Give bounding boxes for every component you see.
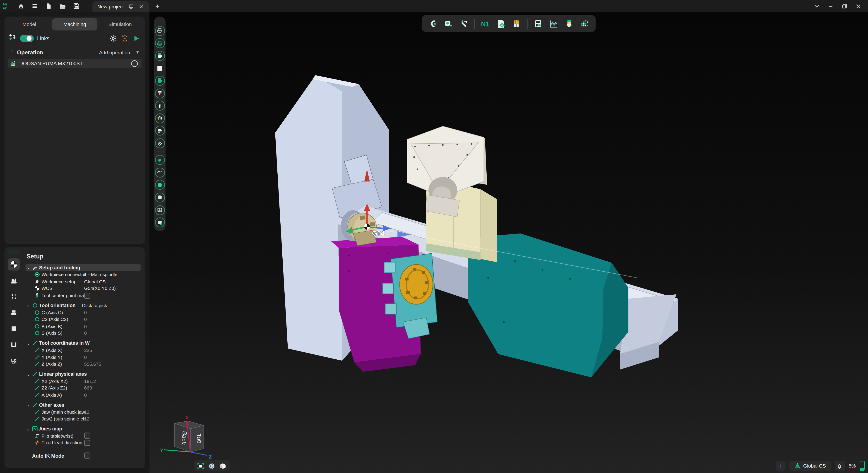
holder-teal-icon[interactable]: [155, 76, 165, 86]
sync-icon[interactable]: [121, 34, 129, 42]
viewport-3d[interactable]: G54 N1 Back Top X Y Z + Glo: [150, 12, 868, 473]
setup-row[interactable]: B (Axis B)0: [25, 323, 141, 330]
machine-icon[interactable]: [8, 274, 20, 286]
setup-row[interactable]: Jaw2 (sub spindle ch12: [25, 415, 141, 423]
setup-row[interactable]: Z2 (Axis Z2)663: [25, 384, 141, 392]
surface-teal-icon[interactable]: [155, 180, 165, 190]
head-icon[interactable]: [155, 126, 165, 136]
clamp-icon[interactable]: [155, 113, 165, 123]
row-value[interactable]: 663: [84, 385, 92, 391]
setup-row[interactable]: Workpiece setupGlobal CS: [25, 278, 141, 285]
probe-grid-icon[interactable]: [578, 17, 591, 30]
chevron-down-icon[interactable]: ⌄: [27, 265, 30, 270]
row-value[interactable]: 0: [84, 324, 87, 329]
wcs-quadrant-icon[interactable]: [8, 259, 20, 271]
fit-view-icon[interactable]: [196, 462, 205, 470]
setup-section-header[interactable]: ⌄ Other axes: [25, 401, 141, 408]
iso-view-icon[interactable]: [219, 462, 227, 470]
setup-row[interactable]: Jaw (main chuck jaw12: [25, 408, 141, 415]
row-value[interactable]: G54(X0 Y0 Z0): [84, 286, 116, 291]
setup-row[interactable]: C (Axis C)0: [25, 309, 141, 316]
setup-row[interactable]: A (Axis A)0: [25, 392, 141, 399]
holder-outline-icon[interactable]: [155, 38, 165, 48]
row-checkbox[interactable]: [84, 440, 90, 446]
row-value[interactable]: 0: [84, 330, 87, 336]
postprocessor-icon[interactable]: [494, 17, 508, 30]
home-icon[interactable]: [17, 2, 25, 10]
setup-section-header[interactable]: ⌄ Axes map: [25, 425, 141, 433]
view-orientation-cube[interactable]: Back Top X Y Z: [156, 415, 211, 463]
auto-ik-checkbox[interactable]: [84, 452, 90, 459]
row-checkbox[interactable]: [84, 433, 90, 439]
row-value[interactable]: 1 - Main spindle: [84, 272, 118, 277]
pin-tab-icon[interactable]: [128, 2, 134, 11]
machine-list-item[interactable]: DOOSAN PUMA MX2100ST: [8, 59, 142, 68]
row-value[interactable]: 555.675: [84, 362, 101, 367]
chevron-down-icon[interactable]: ⌄: [27, 402, 30, 407]
setup-row[interactable]: Fixed lead direction: [25, 439, 141, 446]
holder-half-icon[interactable]: [155, 51, 165, 61]
drill-icon[interactable]: [155, 101, 165, 111]
coordinate-system-selector[interactable]: Global CS: [789, 461, 831, 471]
play-icon[interactable]: [132, 34, 141, 42]
tab-simulation[interactable]: Simulation: [97, 18, 143, 31]
stock-block-icon[interactable]: [8, 354, 20, 367]
setup-section-header[interactable]: ⌄ Linear physical axes: [25, 370, 141, 378]
section-value[interactable]: Click to pick: [82, 303, 107, 308]
setup-row[interactable]: WCSG54(X0 Y0 Z0): [25, 285, 141, 292]
chevron-down-icon[interactable]: [812, 2, 821, 10]
add-operation-button[interactable]: Add operation: [99, 49, 130, 55]
caliper-icon[interactable]: [457, 17, 471, 30]
row-value[interactable]: Global CS: [84, 279, 106, 284]
chevron-down-icon[interactable]: ⌄: [27, 426, 30, 431]
setup-section-header[interactable]: ⌄ Setup and tooling: [25, 264, 141, 271]
tool-assembly-icon[interactable]: [562, 17, 576, 30]
row-checkbox[interactable]: [84, 293, 90, 299]
hatch-icon[interactable]: [155, 138, 165, 148]
row-value[interactable]: 0: [84, 354, 87, 360]
setup-row[interactable]: Flip table(wrist): [25, 432, 141, 439]
close-icon[interactable]: [854, 2, 862, 10]
nc-program-icon[interactable]: N1: [479, 17, 492, 30]
chevron-down-icon[interactable]: ⌄: [27, 341, 30, 346]
setup-section-header[interactable]: ⌄ Tool coordinates in W: [25, 339, 141, 347]
chevron-down-icon[interactable]: ⌄: [27, 303, 30, 308]
setup-row[interactable]: Workpiece connector1 - Main spindle: [25, 271, 141, 278]
row-value[interactable]: 181.2: [84, 378, 96, 384]
tab-model[interactable]: Model: [6, 18, 52, 31]
minimize-icon[interactable]: [826, 2, 835, 10]
gear-icon[interactable]: [109, 34, 118, 42]
row-value[interactable]: 0: [84, 310, 87, 315]
row-value[interactable]: 12: [84, 409, 89, 415]
curve-icon[interactable]: [155, 167, 165, 177]
menu-icon[interactable]: [31, 2, 39, 10]
surface-grid-icon[interactable]: [155, 205, 165, 215]
row-value[interactable]: 325: [84, 347, 92, 353]
row-value[interactable]: 12: [84, 416, 89, 421]
point-icon[interactable]: [155, 155, 165, 165]
tab-machining[interactable]: Machining: [52, 18, 97, 31]
setup-row[interactable]: C2 (Axis C2)0: [25, 316, 141, 323]
axis-limits-icon[interactable]: [8, 290, 20, 303]
setup-row[interactable]: X2 (Axis X2)181.2: [25, 377, 141, 384]
fixture-icon[interactable]: [8, 306, 20, 319]
chevron-down-icon[interactable]: ⌄: [27, 372, 30, 377]
row-value[interactable]: 0: [84, 392, 87, 398]
open-folder-icon[interactable]: [59, 2, 66, 10]
setup-section-header[interactable]: ⌄ Tool orientation Click to pick: [25, 302, 141, 309]
add-operation-caret-icon[interactable]: ▼: [136, 50, 140, 54]
new-tab-button[interactable]: +: [155, 2, 160, 10]
orbit-icon[interactable]: [208, 462, 216, 470]
setup-row[interactable]: Tool center point ma: [25, 292, 141, 299]
add-cs-button[interactable]: +: [776, 461, 785, 471]
tool-library-icon[interactable]: [510, 17, 523, 30]
project-tab[interactable]: New project: [92, 1, 149, 12]
notifications-button[interactable]: [835, 461, 845, 471]
clamp-jaws-icon[interactable]: [8, 339, 20, 351]
restore-icon[interactable]: [840, 2, 848, 10]
plain-square-icon[interactable]: [8, 323, 20, 335]
tape-measure-icon[interactable]: [442, 17, 455, 30]
machine-radio[interactable]: [131, 60, 138, 67]
row-value[interactable]: 0: [84, 316, 87, 322]
setup-row[interactable]: Y (Axis Y)0: [25, 354, 141, 361]
